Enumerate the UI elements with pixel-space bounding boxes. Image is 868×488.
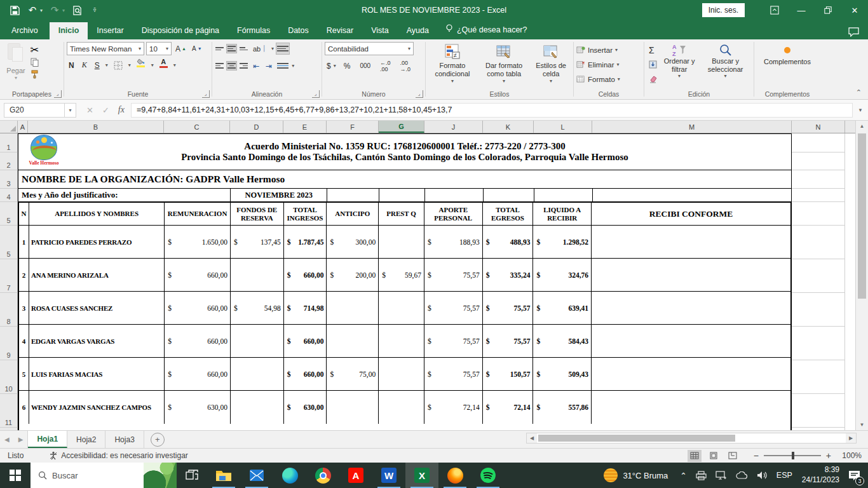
increase-font-icon[interactable]: A▲ [173,42,188,55]
column-header-A[interactable]: A [18,121,28,133]
column-header-D[interactable]: D [230,121,283,133]
format-painter-icon[interactable] [29,69,40,79]
cell-name-3[interactable]: ROSA CUASES SANCHEZ [29,292,165,324]
decrease-decimal-icon[interactable]: .00→.0 [398,59,413,72]
table-header-anticipo[interactable]: ANTICIPO [327,203,379,225]
tab-ayuda[interactable]: Ayuda [398,22,438,39]
cell-N-11[interactable] [792,394,845,428]
cell-recibi-6[interactable] [592,391,790,424]
clear-icon[interactable] [647,72,659,86]
cell-aporte-1[interactable]: $188,93 [424,226,483,258]
cell-aporte-4[interactable]: $75,57 [424,325,483,357]
cell-anticipo-1[interactable]: $300,00 [327,226,379,258]
word-button[interactable]: W [372,463,405,488]
row-header-11[interactable]: 11 [0,394,18,428]
cell-total_ingresos-2[interactable]: $660,00 [284,259,327,291]
cell-anticipo-2[interactable]: $200,00 [327,259,379,291]
underline-icon[interactable]: S [93,58,102,72]
action-center-button[interactable]: 3 [844,463,868,488]
cell-fondos-2[interactable] [231,259,284,291]
column-header-C[interactable]: C [164,121,230,133]
cell-N2[interactable] [792,152,845,170]
cell-anticipo-3[interactable] [327,292,379,324]
cell-liquido-3[interactable]: $639,41 [533,292,592,324]
cell-n-3[interactable]: 3 [19,292,29,324]
cell-egresos-6[interactable]: $72,14 [483,391,534,424]
cell-fondos-1[interactable]: $137,45 [231,226,284,258]
borders-icon[interactable] [112,58,125,72]
month-empty-cell-3[interactable] [483,189,534,201]
cell-aporte-5[interactable]: $75,57 [424,358,483,390]
table-header-aporte[interactable]: APORTEPERSONAL [424,203,483,225]
column-header-E[interactable]: E [283,121,327,133]
tray-expand-icon[interactable]: ⌃ [675,463,691,488]
table-header-n[interactable]: N [19,203,29,225]
table-header-liquido[interactable]: LIQUIDO ARECIBIR [533,203,592,225]
month-empty-cell-5[interactable] [592,189,791,201]
expand-formula-bar-icon[interactable]: ▾ [853,107,868,113]
redo-caret-icon[interactable]: ▾ [62,8,65,13]
save-icon[interactable] [9,4,20,16]
cell-anticipo-5[interactable]: $75,00 [327,358,379,390]
taskbar-clock[interactable]: 8:39 24/11/2023 [797,465,844,485]
row-header-5[interactable]: 5 [0,226,18,259]
vertical-scroll-thumb[interactable] [858,133,866,299]
cell-styles-button[interactable]: Estilos de celda▾ [531,42,571,88]
tell-me-search[interactable]: ¿Qué desea hacer? [438,20,535,39]
cell-anticipo-6[interactable] [327,391,379,424]
tab-disposici-n-de-p-gina[interactable]: Disposición de página [133,22,228,39]
cell-N-6[interactable] [792,226,845,259]
decrease-indent-icon[interactable]: ⇤ [251,59,261,72]
column-header-B[interactable]: B [28,121,164,133]
enter-formula-icon[interactable]: ✓ [102,105,109,115]
month-empty-cell-2[interactable] [424,189,483,201]
cell-total_ingresos-4[interactable]: $660,00 [284,325,327,357]
org-name-cell[interactable]: NOMBRE DE LA ORGANIZACIÓN: GADPR Valle H… [18,170,792,189]
month-empty-cell-4[interactable] [534,189,592,201]
row-header-10[interactable]: 10 [0,360,18,394]
sign-in-button[interactable]: Inic. ses. [702,3,745,17]
zoom-in-icon[interactable]: + [826,451,831,461]
wrap-text-icon[interactable] [276,43,289,54]
cell-remuneracion-4[interactable]: $660,00 [165,325,231,357]
increase-indent-icon[interactable]: ⇥ [264,59,274,72]
sheet-tab-hoja3[interactable]: Hoja3 [105,431,144,448]
row-header-4[interactable]: 4 [0,189,18,202]
increase-decimal-icon[interactable]: ←.0.00 [378,59,393,72]
accessibility-status[interactable]: Accesibilidad: es necesario investigar [31,451,187,460]
tab-revisar[interactable]: Revisar [318,22,362,39]
row-header-8[interactable]: 8 [0,293,18,327]
scroll-left-icon[interactable]: ◀ [527,433,537,443]
print-preview-icon[interactable] [71,4,83,16]
cell-n-6[interactable]: 6 [19,391,29,424]
cell-aporte-2[interactable]: $75,57 [424,259,483,291]
cell-liquido-1[interactable]: $1.298,52 [533,226,592,258]
column-header-K[interactable]: K [483,121,534,133]
cell-name-5[interactable]: LUIS FARIAS MACIAS [29,358,165,390]
cell-prest_q-2[interactable]: $59,67 [379,259,424,291]
minimize-button[interactable]: — [788,0,815,20]
tab-insertar[interactable]: Insertar [88,22,132,39]
cell-n-2[interactable]: 2 [19,259,29,291]
month-label-cell[interactable]: Mes y Año del justificativo: [18,189,230,201]
cell-remuneracion-2[interactable]: $660,00 [165,259,231,291]
page-break-view-icon[interactable] [726,450,740,462]
language-indicator[interactable]: ESP [772,463,797,488]
cell-prest_q-4[interactable] [379,325,424,357]
cell-recibi-4[interactable] [592,325,790,357]
clipboard-dialog-launcher[interactable]: ⌟ [54,90,62,98]
decrease-font-icon[interactable]: A▼ [190,42,204,55]
row-header-9[interactable]: 9 [0,327,18,360]
fill-color-icon[interactable] [135,58,147,72]
cell-N-7[interactable] [792,259,845,293]
acrobat-button[interactable]: A [339,463,372,488]
cell-egresos-3[interactable]: $75,57 [483,292,534,324]
cell-recibi-1[interactable] [592,226,790,258]
column-header-G[interactable]: G [379,121,424,133]
cell-total_ingresos-5[interactable]: $660,00 [284,358,327,390]
row-header-3[interactable]: 3 [0,170,18,189]
title-merged-cell[interactable]: Valle HermosoAcuerdo Ministerial No. 135… [18,133,792,170]
search-highlight-image[interactable] [144,463,177,488]
close-button[interactable]: ✕ [841,0,868,20]
excel-button[interactable]: X [405,463,438,488]
